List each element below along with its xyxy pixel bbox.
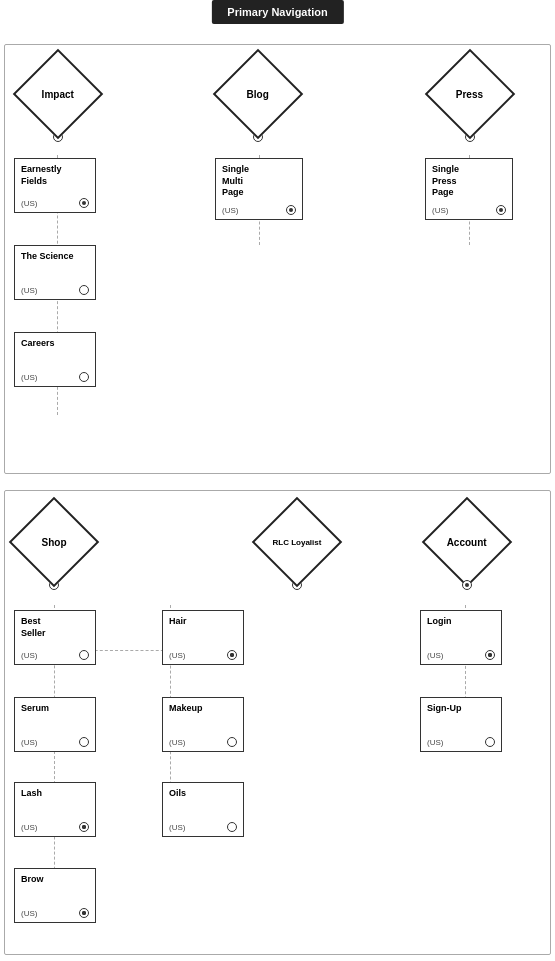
- node-lash[interactable]: Lash (US): [14, 782, 96, 837]
- node-makeup[interactable]: Makeup (US): [162, 697, 244, 752]
- node-the-science[interactable]: The Science (US): [14, 245, 96, 300]
- diamond-press[interactable]: Press: [438, 62, 502, 142]
- node-circle-earnestly[interactable]: [79, 198, 89, 208]
- node-circle-hair[interactable]: [227, 650, 237, 660]
- page-title: Primary Navigation: [211, 0, 343, 24]
- diamond-shape-impact: Impact: [13, 49, 104, 140]
- node-sign-up[interactable]: Sign-Up (US): [420, 697, 502, 752]
- node-serum[interactable]: Serum (US): [14, 697, 96, 752]
- node-circle-science[interactable]: [79, 285, 89, 295]
- node-circle-lash[interactable]: [79, 822, 89, 832]
- diamond-account[interactable]: Account: [435, 510, 499, 590]
- diamond-shop[interactable]: Shop: [22, 510, 86, 590]
- node-circle-best-seller[interactable]: [79, 650, 89, 660]
- node-circle-brow[interactable]: [79, 908, 89, 918]
- node-earnestly-fields[interactable]: Earnestly Fields (US): [14, 158, 96, 213]
- diamond-shape-shop: Shop: [9, 497, 100, 588]
- diamond-shape-blog: Blog: [213, 49, 304, 140]
- diamond-circle-account[interactable]: [462, 580, 472, 590]
- node-blog-page[interactable]: SingleMultiPage (US): [215, 158, 303, 220]
- diamond-shape-account: Account: [422, 497, 513, 588]
- node-brow[interactable]: Brow (US): [14, 868, 96, 923]
- diamond-impact[interactable]: Impact: [26, 62, 90, 142]
- node-login[interactable]: Login (US): [420, 610, 502, 665]
- node-careers[interactable]: Careers (US): [14, 332, 96, 387]
- node-best-seller[interactable]: BestSeller (US): [14, 610, 96, 665]
- diamond-blog[interactable]: Blog: [226, 62, 290, 142]
- node-press-page[interactable]: SinglePressPage (US): [425, 158, 513, 220]
- node-oils[interactable]: Oils (US): [162, 782, 244, 837]
- diamond-shape-press: Press: [425, 49, 516, 140]
- diamond-rlc[interactable]: RLC Loyalist: [265, 510, 329, 590]
- node-circle-login[interactable]: [485, 650, 495, 660]
- node-circle-press-page[interactable]: [496, 205, 506, 215]
- node-circle-sign-up[interactable]: [485, 737, 495, 747]
- node-circle-oils[interactable]: [227, 822, 237, 832]
- node-circle-careers[interactable]: [79, 372, 89, 382]
- node-circle-makeup[interactable]: [227, 737, 237, 747]
- node-circle-serum[interactable]: [79, 737, 89, 747]
- node-circle-blog-page[interactable]: [286, 205, 296, 215]
- node-hair[interactable]: Hair (US): [162, 610, 244, 665]
- diamond-shape-rlc: RLC Loyalist: [252, 497, 343, 588]
